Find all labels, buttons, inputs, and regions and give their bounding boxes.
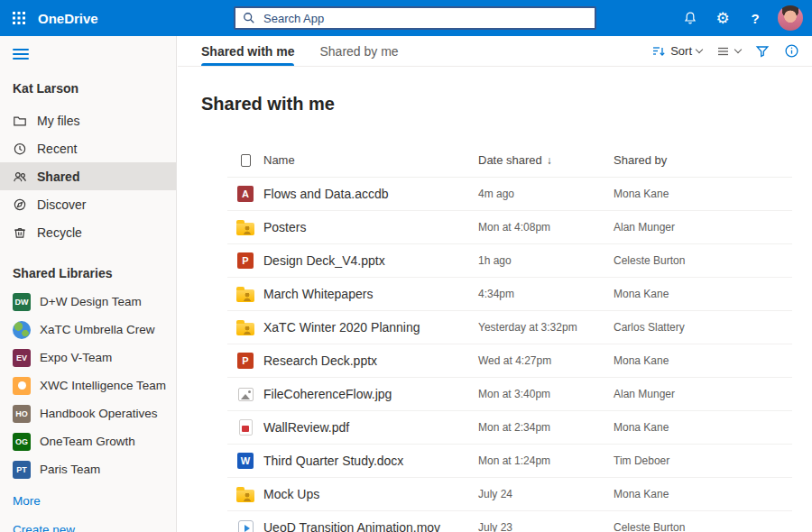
search-input[interactable]	[262, 11, 587, 26]
shared-by: Mona Kane	[614, 488, 792, 500]
menu-toggle-button[interactable]	[13, 49, 29, 60]
search-icon	[243, 12, 255, 24]
name-column-header[interactable]: Name	[263, 153, 478, 167]
avatar[interactable]	[778, 5, 803, 31]
file-type-cell	[227, 219, 263, 235]
tab-shared-by-me[interactable]: Shared by me	[319, 36, 398, 66]
powerpoint-icon: P	[237, 252, 254, 269]
sort-button[interactable]: Sort	[651, 44, 702, 59]
table-row[interactable]: March Whitepapers4:34pmMona Kane	[227, 278, 792, 311]
sidebar-item-discover[interactable]: Discover	[0, 190, 176, 218]
file-name[interactable]: XaTC Winter 2020 Planning	[263, 320, 478, 335]
library-item[interactable]: PTParis Team	[0, 455, 176, 483]
view-options-button[interactable]	[716, 44, 741, 59]
date-shared: July 23	[478, 521, 614, 532]
search-box	[234, 6, 596, 30]
app-launcher-icon[interactable]	[0, 0, 38, 36]
sidebar-item-shared[interactable]: Shared	[0, 162, 176, 190]
date-shared: Mon at 2:34pm	[478, 421, 614, 434]
create-new-link[interactable]: Create new	[13, 523, 176, 532]
shared-by-column-header[interactable]: Shared by	[614, 153, 792, 167]
file-name[interactable]: Third Quarter Study.docx	[263, 454, 478, 468]
table-row[interactable]: FileCoherenceFlow.jpgMon at 3:40pmAlan M…	[227, 378, 792, 411]
file-name[interactable]: Mock Ups	[263, 487, 478, 501]
library-item[interactable]: DWD+W Design Team	[0, 288, 176, 316]
filter-button[interactable]	[755, 44, 770, 59]
library-badge	[13, 377, 31, 395]
image-icon	[238, 388, 254, 401]
sidebar-item-recent[interactable]: Recent	[0, 134, 176, 162]
table-row[interactable]: Mock UpsJuly 24Mona Kane	[227, 478, 792, 511]
file-type-cell: P	[227, 353, 263, 369]
shared-by: Tim Deboer	[614, 454, 792, 467]
table-row[interactable]: PostersMon at 4:08pmAlan Munger	[227, 211, 792, 244]
shared-by: Mona Kane	[614, 188, 792, 200]
library-badge: EV	[13, 349, 31, 367]
onedrive-app: OneDrive ⚙ ? Kat Larson	[0, 0, 812, 532]
sidebar-item-label: Shared	[37, 170, 79, 184]
library-label: OneTeam Growth	[40, 435, 135, 448]
more-link[interactable]: More	[13, 494, 176, 508]
topbar: OneDrive ⚙ ?	[0, 0, 812, 36]
date-shared: Mon at 3:40pm	[478, 388, 614, 400]
shared-by: Carlos Slattery	[614, 321, 792, 334]
sort-label: Sort	[670, 44, 692, 58]
shared-by: Mona Kane	[614, 288, 792, 300]
date-shared: 4m ago	[478, 188, 614, 200]
file-type-cell	[227, 319, 263, 335]
app-title[interactable]: OneDrive	[38, 11, 98, 26]
sort-descending-icon: ↓	[547, 154, 552, 167]
video-icon	[238, 520, 254, 532]
file-type-cell	[227, 520, 263, 532]
table-row[interactable]: WThird Quarter Study.docxMon at 1:24pmTi…	[227, 445, 792, 478]
file-name[interactable]: Design Deck_V4.pptx	[263, 253, 478, 268]
shared-by: Alan Munger	[614, 221, 792, 234]
file-name[interactable]: Posters	[263, 220, 478, 234]
table-row[interactable]: PDesign Deck_V4.pptx1h agoCeleste Burton	[227, 244, 792, 278]
file-name[interactable]: WallReview.pdf	[263, 420, 478, 435]
library-item[interactable]: HOHandbook Operatives	[0, 399, 176, 427]
sidebar-item-my-files[interactable]: My files	[0, 106, 176, 134]
file-name[interactable]: UeoD Transition Animation.mov	[263, 520, 478, 532]
table-body: AFlows and Data.accdb4m agoMona KanePost…	[227, 178, 792, 532]
file-name[interactable]: Flows and Data.accdb	[263, 187, 478, 201]
table-row[interactable]: UeoD Transition Animation.movJuly 23Cele…	[227, 511, 792, 532]
file-type-cell	[227, 286, 263, 302]
table-row[interactable]: AFlows and Data.accdb4m agoMona Kane	[227, 178, 792, 211]
file-type-cell: A	[227, 186, 263, 202]
clock-icon	[13, 142, 27, 156]
settings-icon[interactable]: ⚙	[709, 5, 736, 32]
file-name[interactable]: March Whitepapers	[263, 287, 478, 301]
folder-icon	[13, 114, 27, 128]
document-icon	[241, 154, 251, 167]
shared-libraries-list: DWD+W Design TeamXaTC Umbrella CrewEVExp…	[0, 288, 176, 483]
date-shared: Mon at 1:24pm	[478, 454, 614, 467]
sidebar: Kat Larson My files Recent Shared	[0, 36, 177, 532]
file-type-column-header[interactable]	[227, 154, 263, 167]
shared-by: Mona Kane	[614, 421, 792, 434]
sidebar-item-recycle[interactable]: Recycle	[0, 218, 176, 246]
notifications-icon[interactable]	[677, 5, 704, 32]
folder-icon	[236, 323, 254, 335]
access-icon: A	[237, 186, 254, 202]
people-icon	[13, 170, 27, 184]
tab-shared-with-me[interactable]: Shared with me	[201, 36, 294, 66]
table-row[interactable]: WallReview.pdfMon at 2:34pmMona Kane	[227, 411, 792, 445]
sidebar-item-label: Recycle	[37, 225, 82, 240]
file-name[interactable]: FileCoherenceFlow.jpg	[263, 387, 478, 401]
library-item[interactable]: EVExpo V-Team	[0, 344, 176, 371]
library-item[interactable]: OGOneTeam Growth	[0, 427, 176, 455]
tabs-row: Shared with me Shared by me Sort	[178, 36, 812, 67]
info-button[interactable]	[784, 43, 799, 59]
table-row[interactable]: PResearch Deck.pptxWed at 4:27pmMona Kan…	[227, 344, 792, 378]
library-item[interactable]: XWC Intelligence Team	[0, 371, 176, 399]
toolbar: Sort	[651, 36, 799, 66]
date-shared: Yesterday at 3:32pm	[478, 321, 614, 334]
table-row[interactable]: XaTC Winter 2020 PlanningYesterday at 3:…	[227, 311, 792, 344]
date-shared-column-header[interactable]: Date shared ↓	[478, 153, 614, 167]
help-icon[interactable]: ?	[742, 5, 769, 32]
file-name[interactable]: Research Deck.pptx	[263, 353, 478, 368]
compass-icon	[13, 197, 27, 212]
library-item[interactable]: XaTC Umbrella Crew	[0, 316, 176, 344]
library-label: Paris Team	[40, 463, 100, 476]
